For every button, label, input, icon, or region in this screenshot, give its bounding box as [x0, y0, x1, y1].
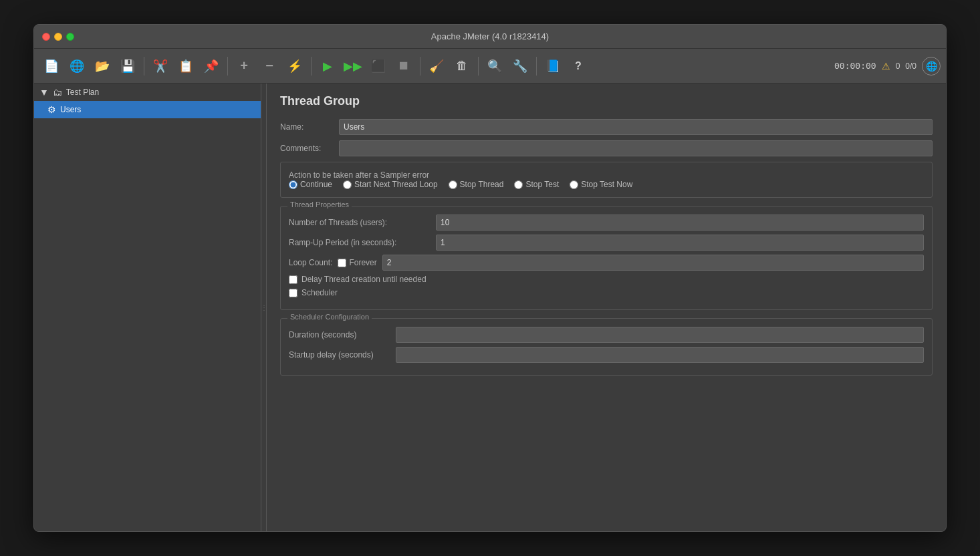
scheduler-config-title: Scheduler Configuration: [287, 313, 372, 321]
ramp-up-label: Ramp-Up Period (in seconds):: [289, 238, 436, 247]
forever-label: Forever: [349, 258, 376, 267]
radio-start-next[interactable]: Start Next Thread Loop: [343, 180, 438, 189]
timer-display: 00:00:00: [834, 61, 876, 71]
start-no-pause-button[interactable]: ▶▶: [341, 54, 365, 78]
add-button[interactable]: +: [232, 54, 256, 78]
separator-2: [227, 57, 228, 76]
sidebar: ▼ 🗂 Test Plan ⚙ Users: [34, 84, 261, 531]
toolbar: 📄 🌐 📂 💾 ✂️ 📋 📌 + − ⚡ ▶ ▶▶ ⬛ ⏹ 🧹 🗑 🔍 🔧 📘 …: [34, 49, 946, 84]
panel-title: Thread Group: [280, 94, 933, 108]
startup-delay-input[interactable]: [396, 347, 924, 363]
radio-continue[interactable]: Continue: [289, 180, 332, 189]
loop-count-row: Loop Count: Forever: [289, 255, 924, 271]
radio-stop-thread-input[interactable]: [449, 180, 457, 189]
shutdown-button[interactable]: ⏹: [392, 54, 416, 78]
radio-start-next-label: Start Next Thread Loop: [354, 180, 438, 189]
question-button[interactable]: ?: [566, 54, 590, 78]
startup-delay-label: Startup delay (seconds): [289, 350, 396, 360]
users-label: Users: [60, 105, 81, 114]
num-threads-label: Number of Threads (users):: [289, 218, 436, 227]
loop-count-input[interactable]: [382, 255, 924, 271]
thread-props-title: Thread Properties: [287, 200, 352, 208]
separator-6: [536, 57, 537, 76]
clear-all-button[interactable]: 🗑: [450, 54, 474, 78]
traffic-lights: [42, 33, 74, 41]
comments-row: Comments:: [280, 140, 933, 156]
remove-button[interactable]: −: [257, 54, 281, 78]
duration-input[interactable]: [396, 327, 924, 343]
scheduler-config-section: Scheduler Configuration Duration (second…: [280, 318, 933, 376]
radio-continue-label: Continue: [300, 180, 332, 189]
sidebar-item-users[interactable]: ⚙ Users: [34, 101, 261, 118]
open-button[interactable]: 📂: [90, 54, 114, 78]
paste-button[interactable]: 📌: [199, 54, 223, 78]
cut-button[interactable]: ✂️: [148, 54, 172, 78]
toggle-button[interactable]: ⚡: [283, 54, 307, 78]
templates-button[interactable]: 🌐: [65, 54, 89, 78]
minimize-button[interactable]: [54, 33, 62, 41]
ramp-up-input[interactable]: [436, 235, 924, 251]
num-threads-input[interactable]: [436, 215, 924, 231]
radio-start-next-input[interactable]: [343, 180, 352, 189]
action-label: Action to be taken after a Sampler error: [289, 170, 429, 180]
copy-button[interactable]: 📋: [174, 54, 198, 78]
detail-panel: Thread Group Name: Comments: Action to b…: [267, 84, 946, 531]
duration-row: Duration (seconds): [289, 327, 924, 343]
stop-button[interactable]: ⬛: [366, 54, 390, 78]
name-row: Name:: [280, 119, 933, 135]
duration-label: Duration (seconds): [289, 330, 396, 339]
radio-stop-test-input[interactable]: [514, 180, 523, 189]
radio-stop-test-now-input[interactable]: [570, 180, 578, 189]
comments-label: Comments:: [280, 144, 334, 153]
radio-stop-test-now-label: Stop Test Now: [581, 180, 632, 189]
separator-4: [420, 57, 420, 76]
delay-thread-label: Delay Thread creation until needed: [301, 275, 426, 284]
new-button[interactable]: 📄: [39, 54, 64, 78]
maximize-button[interactable]: [66, 33, 74, 41]
title-bar: Apache JMeter (4.0 r1823414): [34, 25, 946, 49]
sidebar-resizer[interactable]: ⋮: [261, 84, 267, 531]
separator-3: [311, 57, 312, 76]
forever-checkbox[interactable]: [338, 259, 346, 267]
test-plan-icon: 🗂: [53, 87, 62, 98]
users-gear-icon: ⚙: [47, 104, 56, 115]
main-window: Apache JMeter (4.0 r1823414) 📄 🌐 📂 💾 ✂️ …: [33, 24, 947, 532]
ramp-up-row: Ramp-Up Period (in seconds):: [289, 235, 924, 251]
radio-stop-thread[interactable]: Stop Thread: [449, 180, 504, 189]
delay-thread-row: Delay Thread creation until needed: [289, 275, 924, 284]
window-title: Apache JMeter (4.0 r1823414): [431, 31, 549, 41]
search-button[interactable]: 🔍: [483, 54, 507, 78]
comments-input[interactable]: [339, 140, 933, 156]
action-section: Action to be taken after a Sampler error…: [280, 162, 933, 198]
radio-stop-test-label: Stop Test: [525, 180, 559, 189]
radio-continue-input[interactable]: [289, 180, 297, 189]
close-button[interactable]: [42, 33, 50, 41]
name-label: Name:: [280, 122, 334, 132]
help-button[interactable]: 📘: [541, 54, 565, 78]
start-button[interactable]: ▶: [316, 54, 340, 78]
tree-arrow-icon: ▼: [39, 87, 49, 98]
forever-check: Forever: [338, 258, 376, 267]
function-helper-button[interactable]: 🔧: [508, 54, 532, 78]
clear-button[interactable]: 🧹: [424, 54, 449, 78]
test-plan-label: Test Plan: [66, 88, 99, 97]
scheduler-label: Scheduler: [301, 288, 338, 297]
sidebar-item-test-plan[interactable]: ▼ 🗂 Test Plan: [34, 84, 261, 101]
radio-stop-thread-label: Stop Thread: [460, 180, 504, 189]
toolbar-right: 00:00:00 ⚠ 0 0/0 🌐: [834, 57, 941, 76]
startup-delay-row: Startup delay (seconds): [289, 347, 924, 363]
locale-button[interactable]: 🌐: [922, 57, 941, 76]
scheduler-checkbox[interactable]: [289, 289, 297, 297]
delay-thread-checkbox[interactable]: [289, 275, 297, 284]
scheduler-row: Scheduler: [289, 288, 924, 297]
radio-stop-test-now[interactable]: Stop Test Now: [570, 180, 632, 189]
action-radio-group: Continue Start Next Thread Loop Stop Thr…: [289, 180, 924, 189]
name-input[interactable]: [339, 119, 933, 135]
separator-1: [144, 57, 144, 76]
save-button[interactable]: 💾: [116, 54, 140, 78]
radio-stop-test[interactable]: Stop Test: [514, 180, 559, 189]
warning-icon: ⚠: [882, 61, 890, 72]
thread-props-section: Thread Properties Number of Threads (use…: [280, 206, 933, 310]
warning-count: 0: [896, 61, 900, 71]
loop-count-label: Loop Count:: [289, 258, 332, 267]
